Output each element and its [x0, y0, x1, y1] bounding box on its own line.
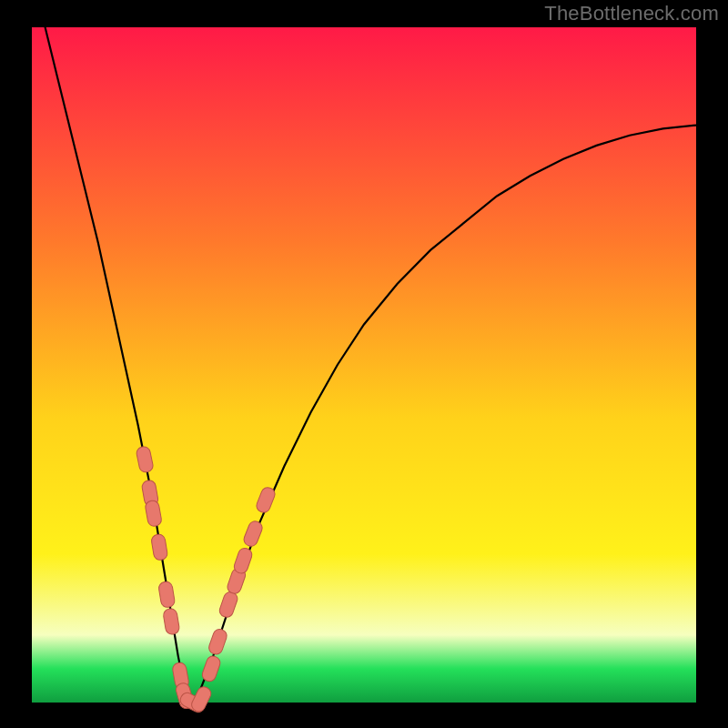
bottleneck-chart	[0, 0, 728, 728]
plot-background	[32, 27, 696, 703]
chart-frame: TheBottleneck.com	[0, 0, 728, 728]
